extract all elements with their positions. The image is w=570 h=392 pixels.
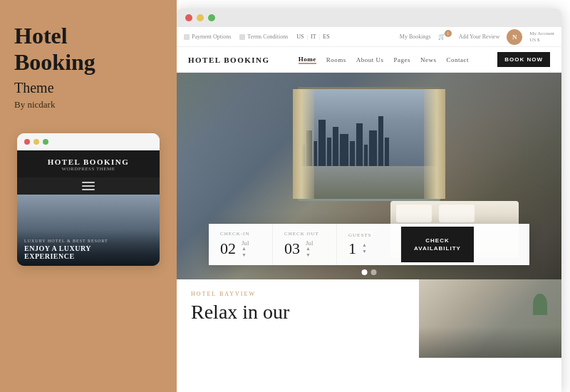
- card-hotel-name: HOTEL BOOKING: [17, 158, 160, 166]
- nav-about[interactable]: About Us: [356, 56, 384, 63]
- author-label: By nicdark: [14, 99, 162, 110]
- check-out-month-arrows: Jul ▲ ▼: [306, 239, 314, 258]
- check-in-field: CHECK-IN 02 Jul ▲ ▼: [209, 224, 273, 265]
- language-selector[interactable]: US | IT | ES: [296, 33, 329, 40]
- card-header: HOTEL BOOKING WORDPRESS THEME: [17, 150, 160, 177]
- check-out-label: CHECK OUT: [284, 231, 325, 237]
- guests-label: GUESTS: [348, 232, 389, 238]
- nav-contact[interactable]: Contact: [447, 56, 470, 63]
- topbar-left: Payment Options Terms Conditions US | IT…: [184, 33, 330, 40]
- pillow-2: [439, 205, 475, 222]
- guests-arrows: ▲ ▼: [362, 243, 367, 254]
- building-9: [356, 123, 363, 166]
- terms-conditions-link[interactable]: Terms Conditions: [239, 33, 288, 40]
- building-10: [364, 145, 368, 166]
- card-hamburger[interactable]: [17, 177, 160, 195]
- payment-options-link[interactable]: Payment Options: [184, 33, 231, 40]
- room-thumbnail: [419, 279, 561, 358]
- ham-line-2: [82, 185, 95, 187]
- book-now-button[interactable]: BOOK NOW: [497, 52, 550, 67]
- guests-field: GUESTS 1 ▲ ▼: [337, 225, 401, 264]
- chrome-dot-red: [185, 14, 192, 21]
- thumb-gradient: [419, 326, 561, 358]
- site-topbar: Payment Options Terms Conditions US | IT…: [177, 27, 561, 47]
- booking-form: CHECK-IN 02 Jul ▲ ▼ CHECK OUT: [209, 224, 529, 265]
- payment-icon: [184, 34, 190, 40]
- building-6: [333, 127, 338, 166]
- guests-count: 1: [348, 241, 356, 257]
- dot-yellow: [33, 139, 39, 145]
- nav-news[interactable]: News: [420, 56, 437, 63]
- nav-home[interactable]: Home: [299, 56, 316, 64]
- chrome-dot-yellow: [197, 14, 204, 21]
- plant-decoration: [533, 294, 547, 315]
- hero-section: CHECK-IN 02 Jul ▲ ▼ CHECK OUT: [177, 73, 561, 392]
- guests-value: 1 ▲ ▼: [348, 241, 389, 257]
- terms-icon: [239, 34, 245, 40]
- hotel-bayview-label: HOTEL BAYVIEW: [191, 291, 405, 297]
- left-panel: HotelBooking Theme By nicdark HOTEL BOOK…: [0, 0, 177, 392]
- cart-badge: 1: [445, 30, 452, 37]
- window-city-view: [300, 89, 438, 166]
- building-12: [378, 116, 383, 166]
- check-in-value: 02 Jul ▲ ▼: [220, 239, 261, 258]
- hero-image: CHECK-IN 02 Jul ▲ ▼ CHECK OUT: [177, 73, 561, 279]
- theme-label: Theme: [14, 80, 162, 96]
- card-img-sub: LUXURY HOTEL & BEST RESORT: [24, 239, 152, 243]
- card-hotel-sub: WORDPRESS THEME: [17, 166, 160, 172]
- ham-line-1: [82, 182, 95, 183]
- check-out-arrows: ▲ ▼: [306, 247, 314, 258]
- carousel-dot-1[interactable]: [362, 269, 368, 275]
- below-hero-right: [419, 279, 561, 358]
- check-in-down-arrow[interactable]: ▼: [242, 253, 249, 258]
- add-review-link[interactable]: Add Your Review: [459, 33, 500, 40]
- check-out-down-arrow[interactable]: ▼: [306, 253, 314, 258]
- site-navbar: HOTEL BOOKING Home Rooms About Us Pages …: [177, 47, 561, 73]
- below-hero-left: HOTEL BAYVIEW Relax in our: [177, 279, 419, 358]
- building-4: [318, 120, 326, 166]
- check-in-up-arrow[interactable]: ▲: [242, 247, 249, 252]
- card-img-title: ENJOY A LUXURYEXPERIENCE: [24, 244, 152, 260]
- check-in-label: CHECK-IN: [220, 231, 261, 237]
- chrome-dot-green: [208, 14, 215, 21]
- curtain-right: [424, 89, 445, 199]
- curtain-left: [293, 89, 314, 199]
- guests-up-arrow[interactable]: ▲: [362, 243, 367, 248]
- building-11: [369, 130, 377, 166]
- check-availability-button[interactable]: CHECKAVAILABILITY: [401, 227, 474, 262]
- check-in-month-arrows: Jul ▲ ▼: [242, 239, 249, 258]
- card-dots-bar: [17, 133, 160, 150]
- building-5: [327, 138, 331, 166]
- main-title: HotelBooking: [14, 23, 162, 76]
- dot-green: [43, 139, 48, 145]
- check-out-value: 03 Jul ▲ ▼: [284, 239, 325, 258]
- my-bookings-link[interactable]: My Bookings: [400, 33, 431, 40]
- carousel-dots: [362, 269, 377, 275]
- check-in-day: 02: [220, 241, 236, 257]
- preview-card: HOTEL BOOKING WORDPRESS THEME LUXURY HOT…: [17, 133, 160, 266]
- nav-logo: HOTEL BOOKING: [188, 56, 270, 64]
- topbar-right: My Bookings 🛒 1 Add Your Review N My Acc…: [400, 29, 554, 45]
- building-8: [350, 141, 355, 166]
- dot-red: [24, 139, 30, 145]
- card-image-overlay: LUXURY HOTEL & BEST RESORT ENJOY A LUXUR…: [17, 230, 160, 266]
- guests-down-arrow[interactable]: ▼: [362, 249, 367, 254]
- check-out-up-arrow[interactable]: ▲: [306, 247, 314, 252]
- building-7: [340, 134, 348, 166]
- cart-icon[interactable]: 🛒 1: [438, 33, 452, 40]
- check-out-day: 03: [284, 241, 300, 257]
- user-account[interactable]: My AccountUS $: [529, 31, 554, 43]
- card-hero-image: LUXURY HOTEL & BEST RESORT ENJOY A LUXUR…: [17, 195, 160, 266]
- nav-rooms[interactable]: Rooms: [326, 56, 346, 63]
- below-hero: HOTEL BAYVIEW Relax in our: [177, 279, 561, 358]
- check-out-field: CHECK OUT 03 Jul ▲ ▼: [273, 224, 337, 265]
- nav-links: Home Rooms About Us Pages News Contact: [299, 56, 469, 64]
- nav-pages[interactable]: Pages: [394, 56, 411, 63]
- window-sim: [298, 87, 440, 201]
- relax-title: Relax in our: [191, 301, 405, 324]
- carousel-dot-2[interactable]: [371, 269, 377, 275]
- pillow-1: [396, 205, 432, 222]
- building-13: [385, 138, 389, 166]
- check-in-arrows: ▲ ▼: [242, 247, 249, 258]
- user-avatar[interactable]: N: [507, 29, 522, 45]
